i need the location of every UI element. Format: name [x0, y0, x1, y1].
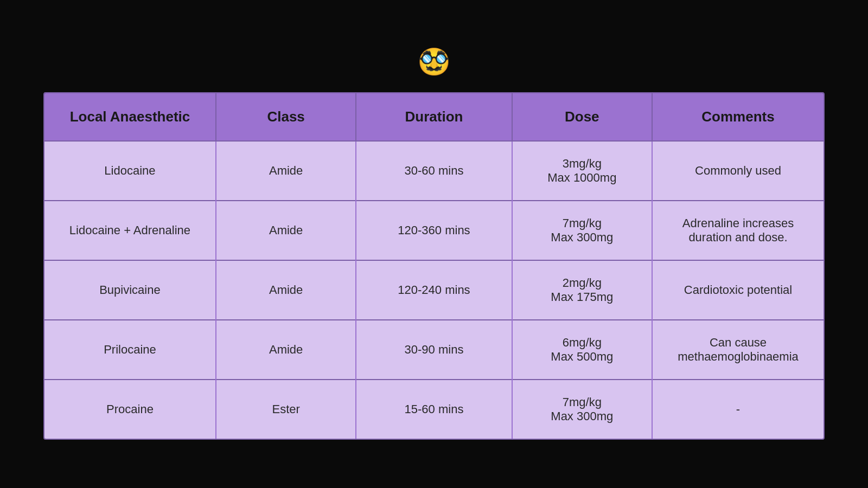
cell-name: Lidocaine + Adrenaline — [44, 201, 216, 260]
cell-dose: 7mg/kgMax 300mg — [512, 201, 652, 260]
dose-line2: Max 300mg — [524, 409, 641, 423]
header-local-anaesthetic: Local Anaesthetic — [44, 93, 216, 141]
cell-class: Ester — [216, 380, 356, 439]
dose-line1: 6mg/kg — [524, 336, 641, 350]
dose-line1: 3mg/kg — [524, 157, 641, 171]
dose-line2: Max 300mg — [524, 230, 641, 245]
anaesthetic-table: Local Anaesthetic Class Duration Dose Co… — [44, 93, 824, 439]
cell-dose: 6mg/kgMax 500mg — [512, 320, 652, 380]
cell-class: Amide — [216, 320, 356, 380]
cell-dose: 7mg/kgMax 300mg — [512, 380, 652, 439]
dose-line2: Max 175mg — [524, 290, 641, 304]
cell-comments: Can cause methaemoglobinaemia — [652, 320, 824, 380]
header-comments: Comments — [652, 93, 824, 141]
table-header-row: Local Anaesthetic Class Duration Dose Co… — [44, 93, 824, 141]
cell-duration: 30-90 mins — [356, 320, 512, 380]
header-dose: Dose — [512, 93, 652, 141]
cell-comments: Adrenaline increases duration and dose. — [652, 201, 824, 260]
table-row: BupivicaineAmide120-240 mins2mg/kgMax 17… — [44, 260, 824, 320]
header-class: Class — [216, 93, 356, 141]
cell-name: Procaine — [44, 380, 216, 439]
dose-line1: 2mg/kg — [524, 276, 641, 290]
dose-line2: Max 500mg — [524, 350, 641, 364]
cell-duration: 120-240 mins — [356, 260, 512, 320]
cell-dose: 3mg/kgMax 1000mg — [512, 141, 652, 201]
cell-comments: Commonly used — [652, 141, 824, 201]
table-container: Local Anaesthetic Class Duration Dose Co… — [43, 92, 825, 440]
doctor-icon: 🥸 — [418, 49, 450, 75]
dose-line1: 7mg/kg — [524, 216, 641, 230]
table-row: LidocaineAmide30-60 mins3mg/kgMax 1000mg… — [44, 141, 824, 201]
table-row: PrilocaineAmide30-90 mins6mg/kgMax 500mg… — [44, 320, 824, 380]
cell-class: Amide — [216, 260, 356, 320]
cell-name: Bupivicaine — [44, 260, 216, 320]
cell-comments: - — [652, 380, 824, 439]
table-row: ProcaineEster15-60 mins7mg/kgMax 300mg- — [44, 380, 824, 439]
cell-class: Amide — [216, 201, 356, 260]
header-duration: Duration — [356, 93, 512, 141]
cell-name: Prilocaine — [44, 320, 216, 380]
icon-area: 🥸 — [418, 49, 450, 75]
cell-name: Lidocaine — [44, 141, 216, 201]
cell-duration: 120-360 mins — [356, 201, 512, 260]
page-wrapper: 🥸 Local Anaesthetic Class Duration Dose … — [43, 49, 825, 440]
dose-line1: 7mg/kg — [524, 395, 641, 409]
table-row: Lidocaine + AdrenalineAmide120-360 mins7… — [44, 201, 824, 260]
cell-duration: 15-60 mins — [356, 380, 512, 439]
dose-line2: Max 1000mg — [524, 171, 641, 185]
cell-duration: 30-60 mins — [356, 141, 512, 201]
cell-class: Amide — [216, 141, 356, 201]
cell-comments: Cardiotoxic potential — [652, 260, 824, 320]
cell-dose: 2mg/kgMax 175mg — [512, 260, 652, 320]
